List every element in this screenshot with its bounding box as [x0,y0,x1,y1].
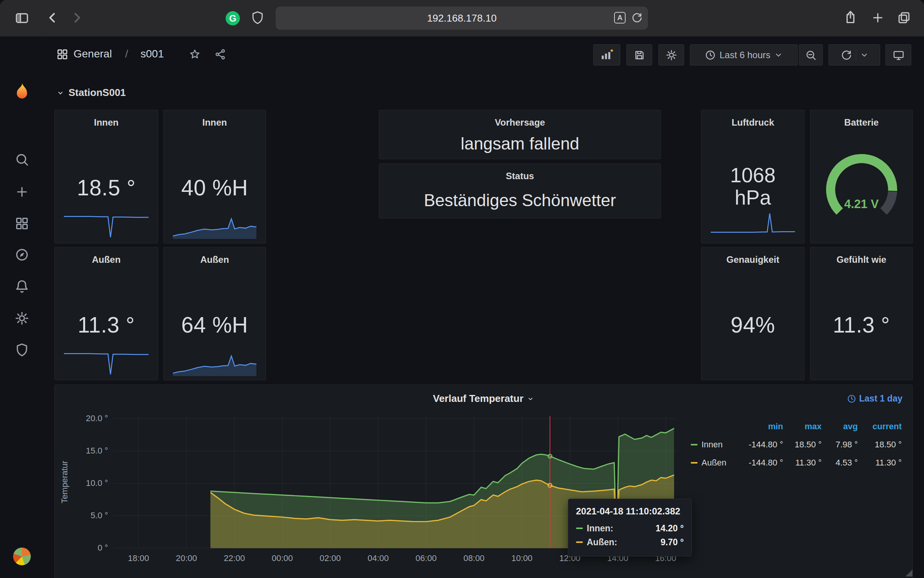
configuration-gear-icon[interactable] [0,311,44,326]
time-range-picker[interactable]: Last 6 hours [690,44,798,66]
panel-title[interactable]: Status [379,171,661,181]
chevron-down-icon [56,89,65,97]
svg-text:15.0 °: 15.0 ° [86,446,108,455]
panel-verlauf-temperatur: 18:0020:0022:0000:0002:0004:0006:0008:00… [54,385,913,578]
svg-text:20.0 °: 20.0 ° [86,413,108,423]
row-station-s001[interactable]: StationS001 [56,87,126,99]
panel-gefuehlt-wie: Gefühlt wie 11.3 ° [810,247,913,380]
url-text: 192.168.178.10 [276,12,648,24]
svg-text:04:00: 04:00 [368,553,389,563]
breadcrumb-separator: / [125,48,128,60]
server-admin-shield-icon[interactable] [0,343,44,357]
legend-sort-min[interactable]: min [740,422,783,432]
dashboard-grid-icon[interactable] [56,48,69,60]
dashboards-icon[interactable] [0,216,44,231]
legend-series-toggle[interactable]: Innen [691,440,740,450]
series-color-dash [691,462,698,464]
legend-series-toggle[interactable]: Außen [691,458,740,468]
graph-panel-title[interactable]: Verlauf Temperatur [55,393,912,405]
series-color-dash [576,541,583,543]
svg-text:06:00: 06:00 [415,553,437,563]
tooltip-row-innen: Innen: 14.20 ° [576,521,684,535]
legend-row-aussen: Außen -144.80 ° 11.30 ° 4.53 ° 11.30 ° [691,454,902,472]
breadcrumb-page[interactable]: s001 [141,48,164,60]
stat-value: 11.3 ° [55,312,158,338]
panel-title[interactable]: Batterie [810,117,912,128]
create-icon[interactable] [0,185,44,199]
dashboard-settings-button[interactable] [658,44,684,66]
panel-title[interactable]: Genauigkeit [701,254,804,265]
svg-text:00:00: 00:00 [272,553,293,563]
stat-value: 64 %H [164,312,266,338]
panel-vorhersage: Vorhersage langsam fallend [379,110,661,159]
breadcrumb-section[interactable]: General [74,48,112,60]
clock-icon [847,394,856,403]
new-tab-icon[interactable] [871,11,885,25]
sparkline [64,209,149,238]
tv-cycle-view-button[interactable] [886,44,911,66]
refresh-button[interactable] [829,44,880,66]
sparkline [173,352,256,376]
translate-icon[interactable]: A [614,12,626,24]
back-button[interactable] [45,11,59,25]
stat-value-line1: 1068 [701,164,804,187]
svg-text:02:00: 02:00 [320,553,341,563]
grafana-logo[interactable] [0,81,44,104]
time-series-plot[interactable]: 18:0020:0022:0000:0002:0004:0006:0008:00… [55,385,912,578]
panel-aussen-humidity: Außen 64 %H [163,247,266,380]
tabs-overview-icon[interactable] [897,11,911,25]
legend-sort-current[interactable]: current [858,422,902,432]
tooltip-row-aussen: Außen: 9.70 ° [576,535,684,549]
save-dashboard-button[interactable] [626,44,652,66]
grammarly-extension-icon[interactable]: G [226,11,240,25]
star-icon[interactable] [189,49,201,60]
panel-title[interactable]: Luftdruck [701,117,804,128]
stat-value: 11.3 ° [810,312,912,338]
stat-value: langsam fallend [379,134,661,153]
legend-row-innen: Innen -144.80 ° 18.50 ° 7.98 ° 18.50 ° [691,435,902,454]
svg-text:10.0 °: 10.0 ° [86,478,108,488]
legend-sort-max[interactable]: max [783,422,822,432]
grafana-sidebar: ? [0,37,44,578]
panel-title[interactable]: Außen [164,254,266,265]
share-dashboard-icon[interactable] [214,49,226,60]
legend-sort-avg[interactable]: avg [822,422,858,432]
chevron-down-icon [527,395,534,403]
row-title: StationS001 [69,87,126,99]
reload-icon[interactable] [631,12,643,24]
panel-time-range[interactable]: Last 1 day [847,393,903,404]
panel-batterie: Batterie 4.21 V [810,110,913,244]
sparkline [64,346,149,375]
sparkline [711,211,795,239]
address-bar[interactable]: 192.168.178.10 A [276,7,648,30]
alerting-bell-icon[interactable] [0,279,44,294]
stat-value: 1068 hPa [701,164,804,209]
panel-aussen-temperature: Außen 11.3 ° [54,247,158,380]
gauge-value: 4.21 V [810,197,912,211]
shield-extension-icon[interactable] [250,10,265,25]
panel-title[interactable]: Vorhersage [379,117,661,128]
search-icon[interactable] [0,152,44,167]
panel-title[interactable]: Innen [164,117,266,128]
tooltip-timestamp: 2021-04-18 11:10:02.382 [576,506,684,517]
panel-title[interactable]: Außen [55,254,158,265]
sidebar-toggle-icon[interactable] [15,11,29,25]
panel-innen-humidity: Innen 40 %H [163,110,266,244]
panel-title[interactable]: Innen [55,117,158,128]
svg-text:0 °: 0 ° [97,543,108,553]
graph-title-text: Verlauf Temperatur [433,393,523,405]
stat-value: 18.5 ° [55,175,158,200]
stat-value: 40 %H [164,175,266,200]
user-avatar[interactable] [0,548,44,565]
browser-toolbar: G 192.168.178.10 A [0,0,924,37]
graph-legend: min max avg current Innen -144.80 ° 18.5… [691,417,902,472]
stat-value-line2: hPa [701,187,804,209]
svg-text:08:00: 08:00 [464,553,485,563]
zoom-out-button[interactable] [799,44,823,66]
forward-button[interactable] [70,11,84,25]
add-panel-button[interactable] [593,44,620,66]
panel-title[interactable]: Gefühlt wie [810,254,912,265]
share-icon[interactable] [843,10,858,25]
explore-compass-icon[interactable] [0,247,44,262]
panel-resize-handle[interactable] [906,570,912,576]
